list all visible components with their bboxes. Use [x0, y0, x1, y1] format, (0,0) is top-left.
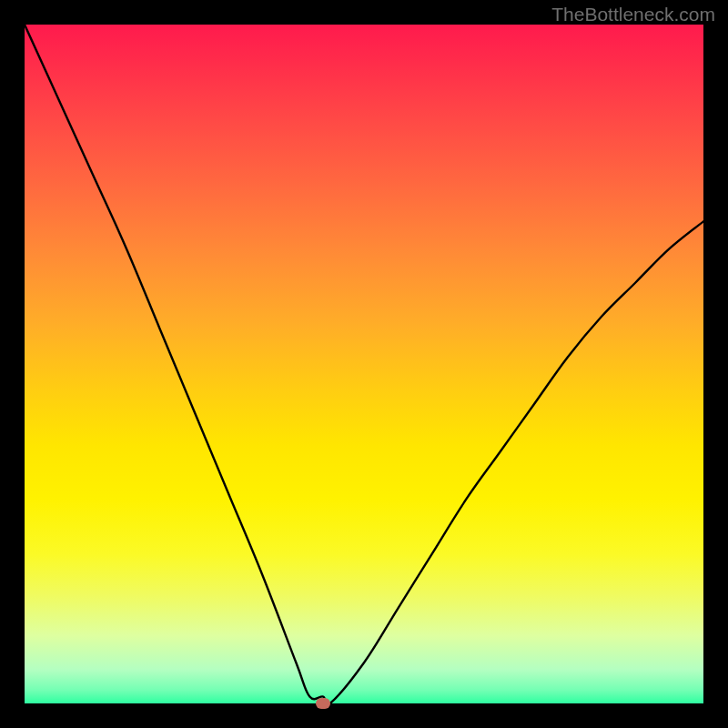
bottleneck-curve [25, 25, 703, 703]
optimal-point-marker [316, 698, 330, 709]
watermark-text: TheBottleneck.com [551, 4, 715, 25]
chart-plot-area [25, 25, 703, 703]
